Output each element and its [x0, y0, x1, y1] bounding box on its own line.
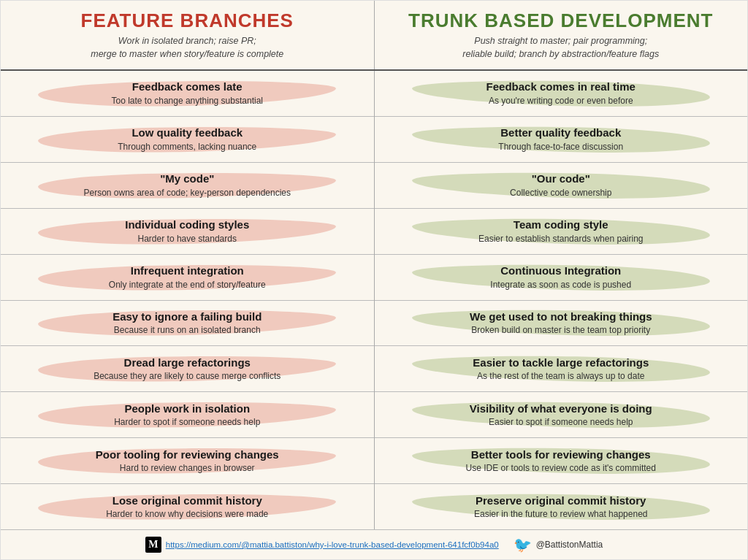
left-item-desc-6: Because they are likely to cause merge c…: [94, 371, 280, 383]
right-item-3: Team coding style Easier to establish st…: [375, 209, 748, 254]
left-item-desc-1: Through comments, lacking nuance: [118, 142, 256, 153]
left-title: FEATURE BRANCHES: [15, 9, 359, 32]
left-item-desc-0: Too late to change anything substantial: [112, 96, 263, 107]
right-item-title-6: Easier to tackle large refactorings: [473, 356, 649, 370]
footer: M https://medium.com/@mattia.battiston/w…: [1, 529, 747, 559]
medium-section: M https://medium.com/@mattia.battiston/w…: [145, 537, 499, 553]
left-item-title-5: Easy to ignore a failing build: [112, 310, 262, 324]
right-item-title-9: Preserve original commit history: [476, 494, 646, 508]
main-container: FEATURE BRANCHES Work in isolated branch…: [0, 0, 748, 560]
left-item-6: Dread large refactorings Because they ar…: [1, 346, 374, 391]
right-title: TRUNK BASED DEVELOPMENT: [389, 9, 733, 32]
right-item-title-2: "Our code": [532, 172, 590, 186]
left-item-desc-5: Because it runs on an isolated branch: [114, 325, 261, 337]
right-item-desc-9: Easier in the future to review what happ…: [474, 509, 647, 521]
left-item-desc-4: Only integrate at the end of story/featu…: [109, 280, 266, 291]
medium-link[interactable]: https://medium.com/@mattia.battiston/why…: [166, 540, 499, 549]
twitter-icon: 🐦: [514, 536, 532, 553]
twitter-handle: @BattistonMattia: [536, 540, 603, 550]
left-item-title-8: Poor tooling for reviewing changes: [96, 448, 279, 462]
right-item-title-8: Better tools for reviewing changes: [471, 448, 651, 462]
right-item-desc-6: As the rest of the team is always up to …: [477, 371, 644, 383]
right-item-desc-5: Broken build on master is the team top p…: [471, 325, 650, 337]
left-item-9: Lose original commit history Harder to k…: [1, 484, 374, 529]
right-item-9: Preserve original commit history Easier …: [375, 484, 748, 529]
right-item-title-0: Feedback comes in real time: [486, 80, 636, 94]
right-subtitle: Push straight to master; pair programmin…: [389, 35, 733, 61]
header-right: TRUNK BASED DEVELOPMENT Push straight to…: [375, 1, 748, 69]
right-item-0: Feedback comes in real time As you're wr…: [375, 71, 748, 116]
left-item-7: People work in isolation Harder to spot …: [1, 392, 374, 437]
right-item-8: Better tools for reviewing changes Use I…: [375, 438, 748, 483]
left-item-title-0: Feedback comes late: [132, 80, 243, 94]
header: FEATURE BRANCHES Work in isolated branch…: [1, 1, 747, 71]
right-item-1: Better quality feedback Through face-to-…: [375, 117, 748, 162]
left-rows: Feedback comes late Too late to change a…: [1, 71, 375, 529]
right-item-title-1: Better quality feedback: [500, 126, 621, 140]
right-rows: Feedback comes in real time As you're wr…: [375, 71, 748, 529]
left-item-title-6: Dread large refactorings: [124, 356, 251, 370]
right-item-desc-4: Integrate as soon as code is pushed: [490, 280, 631, 291]
header-left: FEATURE BRANCHES Work in isolated branch…: [1, 1, 375, 69]
right-item-4: Continuous Integration Integrate as soon…: [375, 255, 748, 300]
left-subtitle: Work in isolated branch; raise PR;merge …: [15, 35, 359, 61]
right-item-5: We get used to not breaking things Broke…: [375, 301, 748, 346]
right-item-desc-1: Through face-to-face discussion: [498, 142, 623, 153]
left-item-8: Poor tooling for reviewing changes Hard …: [1, 438, 374, 483]
right-item-desc-7: Easier to spot if someone needs help: [489, 417, 633, 429]
left-item-1: Low quality feedback Through comments, l…: [1, 117, 374, 162]
right-item-7: Visibility of what everyone is doing Eas…: [375, 392, 748, 437]
left-item-title-7: People work in isolation: [124, 402, 250, 416]
right-item-desc-3: Easier to establish standards when pairi…: [478, 234, 643, 245]
right-item-title-7: Visibility of what everyone is doing: [470, 402, 652, 416]
right-item-6: Easier to tackle large refactorings As t…: [375, 346, 748, 391]
right-item-desc-0: As you're writing code or even before: [489, 96, 633, 107]
left-item-title-2: "My code": [160, 172, 214, 186]
medium-icon: M: [145, 537, 161, 553]
left-item-desc-2: Person owns area of code; key-person dep…: [83, 188, 291, 199]
left-item-title-1: Low quality feedback: [131, 126, 243, 140]
twitter-section: 🐦 @BattistonMattia: [514, 536, 603, 553]
left-item-2: "My code" Person owns area of code; key-…: [1, 163, 374, 208]
left-item-0: Feedback comes late Too late to change a…: [1, 71, 374, 116]
left-item-title-9: Lose original commit history: [112, 494, 262, 508]
content-rows: Feedback comes late Too late to change a…: [1, 71, 747, 529]
right-item-desc-2: Collective code ownership: [510, 188, 611, 199]
right-item-title-4: Continuous Integration: [500, 264, 621, 278]
left-item-3: Individual coding styles Harder to have …: [1, 209, 374, 254]
right-item-desc-8: Use IDE or tools to review code as it's …: [466, 463, 656, 475]
right-item-title-5: We get used to not breaking things: [470, 310, 652, 324]
right-item-2: "Our code" Collective code ownership: [375, 163, 748, 208]
left-item-5: Easy to ignore a failing build Because i…: [1, 301, 374, 346]
left-item-desc-7: Harder to spot if someone needs help: [114, 417, 260, 429]
left-item-desc-3: Harder to have standards: [138, 234, 237, 245]
left-item-desc-9: Harder to know why decisions were made: [106, 509, 268, 521]
left-item-4: Infrequent integration Only integrate at…: [1, 255, 374, 300]
left-item-title-3: Individual coding styles: [125, 218, 249, 232]
left-item-desc-8: Hard to review changes in browser: [120, 463, 255, 475]
left-item-title-4: Infrequent integration: [131, 264, 244, 278]
right-item-title-3: Team coding style: [514, 218, 608, 232]
